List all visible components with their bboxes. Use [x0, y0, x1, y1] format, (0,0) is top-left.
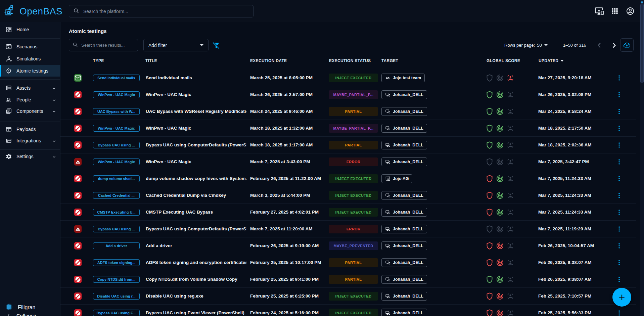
table-row[interactable]: UAC Bypass with W...UAC Bypass with WSRe…	[60, 103, 636, 120]
target-chip[interactable]: Johanah_DELL	[381, 124, 427, 133]
prevention-shield-icon	[486, 158, 494, 166]
sidebar-item-assets[interactable]: Assets	[0, 82, 60, 94]
sidebar-item-components[interactable]: Components	[0, 105, 60, 117]
row-menu-button[interactable]	[614, 107, 624, 116]
sidebar-item-atomic-testings[interactable]: Atomic testings	[0, 65, 60, 77]
endpoint-icon	[385, 126, 390, 131]
table-row[interactable]: Bypass UAC using E...Bypass UAC using Ev…	[60, 305, 636, 316]
previous-page-button[interactable]	[595, 41, 604, 50]
row-menu-button[interactable]	[614, 140, 624, 150]
target-chip[interactable]: Johanah_DELL	[381, 275, 427, 284]
target-chip[interactable]: Jojo test team	[381, 74, 425, 82]
table-row[interactable]: WinPwn - UAC MagicWinPwn - UAC MagicMarc…	[60, 86, 636, 103]
sidebar-item-scenarios[interactable]: Scenarios	[0, 41, 60, 52]
row-menu-button[interactable]	[614, 258, 624, 267]
important-devices-icon[interactable]	[595, 7, 604, 15]
column-header-type[interactable]: TYPE	[93, 58, 104, 63]
row-menu-button[interactable]	[614, 208, 624, 217]
apps-grid-icon[interactable]	[610, 7, 619, 15]
results-search-input[interactable]	[81, 42, 134, 48]
chevron-down-icon	[52, 109, 56, 113]
column-header-execution-date[interactable]: EXECUTION DATE	[250, 58, 287, 63]
execution-date: February 26, 2025 at 11:22:00 AM	[250, 170, 321, 187]
collapse-button[interactable]: Collapse	[7, 313, 36, 316]
human-response-icon	[506, 141, 514, 149]
scrollbar-thumb[interactable]	[640, 3, 644, 83]
sidebar-item-people[interactable]: People	[0, 94, 60, 105]
detection-radar-icon	[496, 107, 504, 116]
column-header-updated[interactable]: UPDATED	[539, 58, 564, 63]
updated-date: Mar 24, 2025, 9:58:24 AM	[538, 103, 592, 120]
target-chip[interactable]: Johanah_DELL	[381, 141, 427, 149]
table-row[interactable]: CMSTP Executing U...CMSTP Executing UAC …	[60, 204, 636, 221]
table-row[interactable]: Add a driverAdd a driverFebruary 26, 202…	[60, 237, 636, 254]
openbas-logo[interactable]: OpenBAS	[4, 4, 62, 18]
column-header-execution-status[interactable]: EXECUTION STATUS	[329, 58, 371, 63]
add-filter-dropdown[interactable]: Add filter	[143, 39, 209, 51]
sidebar-item-home[interactable]: Home	[0, 24, 60, 35]
column-header-label: GLOBAL SCORE	[487, 58, 520, 63]
sidebar-item-label: Payloads	[16, 127, 36, 132]
filigran-brand[interactable]: Filigran	[5, 303, 35, 312]
row-menu-button[interactable]	[614, 224, 624, 234]
next-page-button[interactable]	[610, 41, 618, 50]
account-circle-icon[interactable]	[626, 7, 635, 15]
sidebar-item-simulations[interactable]: Simulations	[0, 53, 60, 64]
row-menu-button[interactable]	[614, 308, 624, 316]
table-row[interactable]: Bypass UAC using ...Bypass UAC using Com…	[60, 137, 636, 153]
table-row[interactable]: Bypass UAC using ...Bypass UAC using Com…	[60, 221, 636, 237]
logo-text: OpenBAS	[19, 6, 62, 17]
target-chip[interactable]: Johanah_DELL	[381, 157, 427, 166]
row-menu-button[interactable]	[614, 241, 624, 251]
column-header-global-score[interactable]: GLOBAL SCORE	[487, 58, 520, 63]
rows-per-page-select[interactable]: 50	[537, 39, 548, 51]
sidebar-item-integrations[interactable]: Integrations	[0, 135, 60, 146]
table-row[interactable]: Cached Credential ...Cached Credential D…	[60, 187, 636, 204]
inject-title: CMSTP Executing UAC Bypass	[146, 204, 213, 221]
target-chip[interactable]: Johanah_DELL	[381, 191, 427, 200]
target-chip[interactable]: Johanah_DELL	[381, 225, 427, 233]
payloads-icon	[5, 126, 12, 133]
export-button[interactable]	[620, 38, 634, 52]
team-icon	[385, 75, 390, 81]
target-chip[interactable]: Jojo AG	[381, 174, 412, 183]
row-menu-button[interactable]	[614, 124, 624, 133]
platform-search-input[interactable]	[83, 8, 249, 14]
page-scrollbar[interactable]	[640, 0, 644, 316]
sidebar-item-settings[interactable]: Settings	[0, 151, 60, 162]
row-menu-button[interactable]	[614, 157, 624, 167]
clear-filters-icon[interactable]	[212, 41, 220, 49]
column-header-target[interactable]: TARGET	[381, 58, 398, 63]
target-chip[interactable]: Johanah_DELL	[381, 241, 427, 250]
table-row[interactable]: WinPwn - UAC MagicWinPwn - UAC MagicMarc…	[60, 153, 636, 170]
target-chip[interactable]: Johanah_DELL	[381, 107, 427, 116]
target-chip[interactable]: Johanah_DELL	[381, 292, 427, 301]
table-row[interactable]: Disable UAC using r...Disable UAC using …	[60, 288, 636, 305]
plus-icon: +	[619, 291, 625, 304]
row-menu-button[interactable]	[614, 275, 624, 284]
target-chip[interactable]: Johanah_DELL	[381, 90, 427, 99]
row-menu-button[interactable]	[614, 191, 624, 200]
table-row[interactable]: dump volume shad...dump volume shadow co…	[60, 170, 636, 187]
inject-type-chip: Bypass UAC using ...	[93, 226, 140, 232]
platform-search[interactable]	[69, 5, 254, 17]
scrollbar-up-arrow-icon[interactable]	[641, 1, 643, 3]
table-row[interactable]: Copy NTDS.dit from...Copy NTDS.dit from …	[60, 271, 636, 288]
inject-title: Cached Credential Dump via Cmdkey	[146, 187, 226, 204]
updated-date: Mar 7, 2025, 11:24:33 AM	[538, 170, 591, 187]
sidebar-item-payloads[interactable]: Payloads	[0, 124, 60, 135]
target-chip[interactable]: Johanah_DELL	[381, 208, 427, 217]
row-menu-button[interactable]	[614, 73, 624, 83]
column-header-title[interactable]: TITLE	[145, 58, 157, 63]
create-atomic-testing-fab[interactable]: +	[612, 288, 631, 307]
row-menu-button[interactable]	[614, 90, 624, 99]
results-search[interactable]	[69, 39, 138, 51]
table-row[interactable]: ADFS token signing...ADFS token signing …	[60, 254, 636, 271]
target-chip[interactable]: Johanah_DELL	[381, 258, 427, 267]
target-chip[interactable]: Johanah_DELL	[381, 309, 427, 316]
kebab-icon	[615, 209, 623, 216]
atomic-red-team-icon	[74, 125, 82, 132]
table-row[interactable]: WinPwn - UAC MagicWinPwn - UAC MagicMarc…	[60, 120, 636, 137]
row-menu-button[interactable]	[614, 174, 624, 183]
table-row[interactable]: Send individual mailsSend individual mai…	[60, 70, 636, 86]
